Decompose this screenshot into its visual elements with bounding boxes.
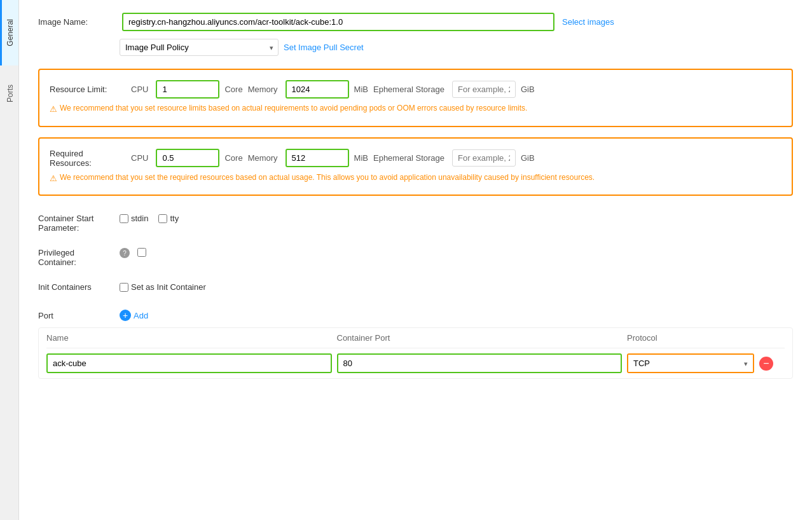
resource-limit-ephemeral-input[interactable] <box>452 81 516 98</box>
image-pull-policy-select[interactable]: Image Pull Policy Always IfNotPresent Ne… <box>120 39 279 56</box>
resource-limit-warning-icon: ⚠ <box>50 103 57 116</box>
resource-limit-row: Resource Limit: CPU Core Memory MiB Ephe… <box>50 80 781 99</box>
required-resources-ephemeral-input[interactable] <box>452 149 516 167</box>
required-resources-warning-icon: ⚠ <box>50 172 57 185</box>
col-name: Name <box>46 333 332 343</box>
col-container-port: Container Port <box>337 333 623 343</box>
sidebar-left: General Ports <box>0 0 19 520</box>
resource-limit-ephemeral-label: Ephemeral Storage <box>373 85 444 94</box>
required-resources-memory-label: Memory <box>248 153 278 163</box>
resource-limit-cpu-unit: Core <box>224 85 242 94</box>
required-resources-memory-unit: MiB <box>354 153 368 163</box>
image-pull-policy-row: Image Pull Policy Always IfNotPresent Ne… <box>120 39 793 56</box>
stdin-checkbox-label[interactable]: stdin <box>120 214 148 223</box>
protocol-select[interactable]: TCP UDP <box>628 355 753 372</box>
col-protocol: Protocol <box>627 333 754 343</box>
port-name-input[interactable] <box>46 353 332 373</box>
required-resources-label: Required Resources: <box>50 149 126 168</box>
port-table: Name Container Port Protocol TCP UDP − <box>38 327 793 379</box>
port-section: Port + Add Name Container Port Protocol … <box>38 310 793 379</box>
resource-limit-warning: ⚠ We recommend that you set resource lim… <box>50 102 781 116</box>
image-name-label: Image Name: <box>38 17 114 27</box>
resource-limit-ephemeral-unit: GiB <box>521 85 535 94</box>
privileged-container-checkbox[interactable] <box>137 248 146 257</box>
resource-limit-warning-text: We recommend that you set resource limit… <box>60 102 527 114</box>
main-content: Image Name: Select images Image Pull Pol… <box>19 0 812 520</box>
container-start-section: Container Start Parameter: stdin tty <box>38 206 793 240</box>
add-icon: + <box>120 310 131 321</box>
tty-checkbox[interactable] <box>158 214 167 223</box>
resource-limit-memory-input[interactable] <box>286 80 349 99</box>
remove-port-button[interactable]: − <box>759 357 773 371</box>
tty-checkbox-label[interactable]: tty <box>158 214 179 223</box>
required-resources-memory-input[interactable] <box>286 149 349 167</box>
image-name-row: Image Name: Select images <box>38 13 793 31</box>
sidebar-tab-general[interactable]: General <box>0 0 18 65</box>
set-image-pull-secret-link[interactable]: Set Image Pull Secret <box>284 43 364 52</box>
protocol-select-wrapper: TCP UDP <box>627 353 754 373</box>
tty-label: tty <box>170 214 179 223</box>
resource-limit-label: Resource Limit: <box>50 85 126 94</box>
required-resources-cpu-unit: Core <box>224 153 242 163</box>
port-header-row: Port + Add <box>38 310 793 321</box>
image-name-input[interactable] <box>122 13 554 31</box>
required-resources-ephemeral-unit: GiB <box>521 153 535 163</box>
required-resources-warning: ⚠ We recommend that you set the required… <box>50 172 781 185</box>
add-label: Add <box>134 311 148 320</box>
stdin-label: stdin <box>131 214 148 223</box>
table-row: TCP UDP − <box>46 348 785 378</box>
required-resources-ephemeral-label: Ephemeral Storage <box>373 153 444 163</box>
init-containers-label: Init Containers <box>38 282 114 292</box>
init-container-checkbox[interactable] <box>120 283 128 292</box>
privileged-container-label: Privileged Container: <box>38 248 114 267</box>
add-port-button[interactable]: + Add <box>120 310 148 321</box>
required-resources-warning-text: We recommend that you set the required r… <box>60 172 595 183</box>
stdin-checkbox[interactable] <box>120 214 128 223</box>
port-container-port-input[interactable] <box>337 353 623 373</box>
required-resources-cpu-label: CPU <box>131 153 148 163</box>
resource-limit-memory-label: Memory <box>248 85 278 94</box>
init-containers-section: Init Containers Set as Init Container <box>38 275 793 299</box>
privileged-container-help-icon[interactable]: ? <box>120 248 130 258</box>
container-start-label: Container Start Parameter: <box>38 214 114 233</box>
required-resources-section: Required Resources: CPU Core Memory MiB … <box>38 137 793 196</box>
sidebar-label-ports: Ports <box>6 78 15 109</box>
select-images-link[interactable]: Select images <box>562 17 614 27</box>
resource-limit-section: Resource Limit: CPU Core Memory MiB Ephe… <box>38 69 793 127</box>
resource-limit-cpu-label: CPU <box>131 85 148 94</box>
port-table-header: Name Container Port Protocol <box>46 328 785 348</box>
set-as-init-container-label: Set as Init Container <box>131 282 206 292</box>
privileged-container-section: Privileged Container: ? <box>38 240 793 275</box>
required-resources-cpu-input[interactable] <box>156 149 219 167</box>
sidebar-label-general: General <box>6 13 15 53</box>
port-label: Port <box>38 311 114 320</box>
init-container-checkbox-label[interactable]: Set as Init Container <box>120 282 206 292</box>
image-pull-policy-select-wrapper: Image Pull Policy Always IfNotPresent Ne… <box>120 39 279 56</box>
required-resources-row: Required Resources: CPU Core Memory MiB … <box>50 149 781 168</box>
resource-limit-cpu-input[interactable] <box>156 80 219 99</box>
sidebar-tab-ports[interactable]: Ports <box>0 65 18 121</box>
resource-limit-memory-unit: MiB <box>354 85 368 94</box>
col-actions <box>759 333 785 343</box>
